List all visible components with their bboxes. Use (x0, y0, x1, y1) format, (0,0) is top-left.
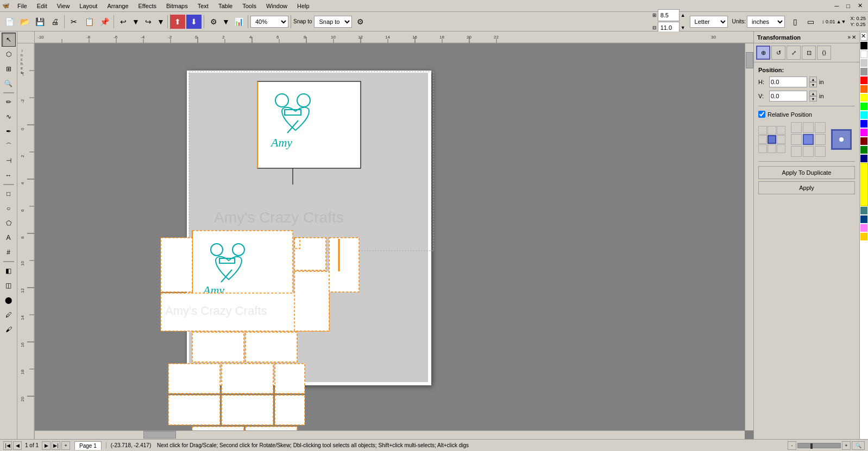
pos-big-br[interactable] (815, 146, 826, 157)
menu-bitmaps[interactable]: Bitmaps (162, 2, 192, 10)
next-page-btn[interactable]: ▶ (42, 441, 51, 450)
save-button[interactable]: 💾 (33, 15, 47, 29)
transparency-tool[interactable]: ◫ (2, 278, 16, 293)
redo-button[interactable]: ↪ (141, 15, 155, 29)
fill-tool[interactable]: ⬤ (2, 293, 16, 307)
color-white[interactable] (860, 50, 867, 58)
copy-button[interactable]: 📋 (82, 15, 96, 29)
connector-tool[interactable]: ⊣ (2, 154, 16, 168)
freehand-tool[interactable]: ✏ (2, 95, 16, 109)
color-navy[interactable] (860, 155, 867, 162)
h-spin-up[interactable]: ▲ (809, 77, 817, 82)
units-select[interactable]: inches (747, 16, 785, 28)
tab-position[interactable]: ⊕ (756, 46, 770, 60)
color-black[interactable] (860, 42, 867, 49)
zoom-tool[interactable]: 🔍 (2, 77, 16, 91)
paper-size-select[interactable]: Letter (690, 16, 728, 28)
options-dropdown[interactable]: ▼ (222, 15, 230, 29)
page-landscape[interactable]: ▭ (803, 15, 817, 29)
redo-dropdown[interactable]: ▼ (156, 15, 165, 29)
page-width-input[interactable] (658, 9, 680, 21)
print-button[interactable]: 🖨 (48, 15, 62, 29)
pos-big-tl[interactable] (791, 122, 802, 133)
v-position-input[interactable] (769, 91, 807, 101)
tab-skew[interactable]: ⟨⟩ (817, 46, 831, 60)
v-spin-down[interactable]: ▼ (809, 96, 817, 101)
export-button[interactable]: ⬇ (186, 15, 202, 29)
menu-text[interactable]: Text (193, 2, 213, 10)
pos-big-mc[interactable] (803, 134, 814, 145)
tab-scale[interactable]: ⤢ (787, 46, 801, 60)
window-maximize[interactable]: □ (843, 2, 853, 10)
pos-bc[interactable] (768, 144, 776, 153)
dimension-tool[interactable]: ↔ (2, 168, 16, 182)
prev-page-btn[interactable]: ◀ (13, 441, 22, 450)
polyline-tool[interactable]: ⌒ (2, 139, 16, 153)
pos-big-tr[interactable] (815, 122, 826, 133)
menu-layout[interactable]: Layout (75, 2, 102, 10)
page-tab-1[interactable]: Page 1 (74, 441, 102, 450)
color-gray[interactable] (860, 68, 867, 75)
menu-edit[interactable]: Edit (33, 2, 52, 10)
rectangle-tool[interactable]: □ (2, 187, 16, 201)
pos-big-ml[interactable] (791, 134, 802, 145)
open-button[interactable]: 📂 (17, 15, 32, 29)
tab-rotate[interactable]: ↺ (771, 46, 785, 60)
h-position-input[interactable] (769, 77, 807, 87)
add-page-btn[interactable]: + (61, 441, 70, 450)
pos-tl[interactable] (758, 126, 767, 135)
color-green[interactable] (860, 103, 867, 110)
pos-mr[interactable] (777, 135, 785, 144)
pos-big-tc[interactable] (803, 122, 814, 133)
snap-to-select[interactable]: Snap to (314, 16, 352, 28)
pen-tool[interactable]: ✒ (2, 124, 16, 138)
color-magenta[interactable] (860, 129, 867, 136)
panel-close-icon[interactable]: ✕ (852, 34, 856, 40)
node-edit-tool[interactable]: ⬡ (2, 47, 16, 61)
new-button[interactable]: 📄 (2, 15, 16, 29)
color-orange[interactable] (860, 85, 867, 93)
publish-button[interactable]: 📊 (231, 15, 246, 29)
pos-br[interactable] (777, 144, 785, 153)
paste-button[interactable]: 📌 (97, 15, 111, 29)
outline-tool[interactable]: 🖌 (2, 322, 16, 336)
zoom-in-btn[interactable]: + (842, 441, 851, 450)
menu-arrange[interactable]: Arrange (103, 2, 133, 10)
pos-ml[interactable] (758, 135, 767, 144)
relative-position-checkbox[interactable] (758, 111, 765, 118)
menu-view[interactable]: View (53, 2, 74, 10)
crop-tool[interactable]: ⊞ (2, 62, 16, 76)
pos-bl[interactable] (758, 144, 767, 153)
ellipse-tool[interactable]: ○ (2, 201, 16, 215)
page-portrait[interactable]: ▯ (788, 15, 802, 29)
h-spin-down[interactable]: ▼ (809, 82, 817, 87)
apply-to-duplicate-button[interactable]: Apply To Duplicate (758, 166, 855, 179)
zoom-select[interactable]: 40% (250, 16, 288, 28)
horizontal-scrollbar[interactable] (35, 430, 745, 439)
import-button[interactable]: ⬆ (170, 15, 185, 29)
menu-effects[interactable]: Effects (134, 2, 161, 10)
zoom-slider[interactable] (797, 443, 841, 448)
undo-button[interactable]: ↩ (116, 15, 130, 29)
color-yellow[interactable] (860, 94, 867, 101)
color-teal[interactable] (860, 207, 867, 214)
color-red[interactable] (860, 77, 867, 84)
text-tool[interactable]: A (2, 231, 16, 245)
shadow-tool[interactable]: ◧ (2, 264, 16, 278)
cut-button[interactable]: ✂ (67, 15, 81, 29)
color-dark-green[interactable] (860, 146, 867, 154)
snap-settings[interactable]: ⚙ (353, 15, 367, 29)
pos-big-bl[interactable] (791, 146, 802, 157)
options-button[interactable]: ⚙ (206, 15, 221, 29)
menu-help[interactable]: Help (293, 2, 314, 10)
polygon-tool[interactable]: ⬠ (2, 216, 16, 230)
color-none[interactable]: ✕ (860, 32, 867, 41)
zoom-out-btn[interactable]: - (788, 441, 796, 450)
window-minimize[interactable]: ─ (832, 2, 842, 10)
undo-dropdown[interactable]: ▼ (131, 15, 140, 29)
color-maroon[interactable] (860, 137, 867, 145)
select-tool[interactable]: ↖ (2, 33, 16, 47)
panel-expand-icon[interactable]: » (847, 34, 851, 40)
vertical-scrollbar[interactable] (745, 43, 753, 430)
menu-table[interactable]: Table (214, 2, 237, 10)
